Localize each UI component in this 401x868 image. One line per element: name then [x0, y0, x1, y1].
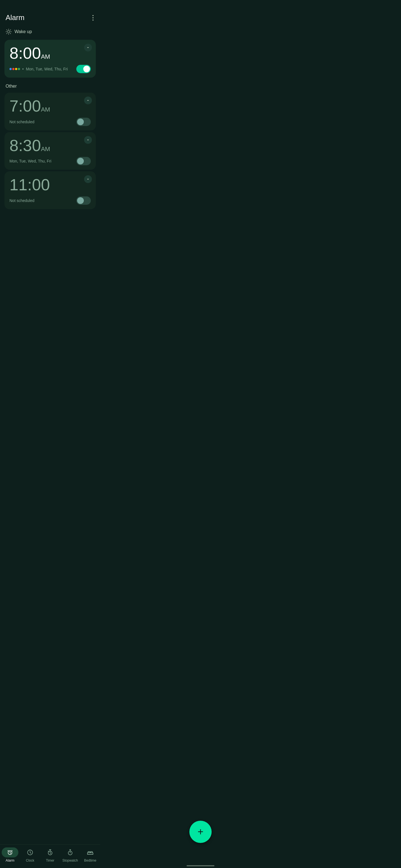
google-assistant-icon [9, 68, 20, 70]
alarm-time-830: 8:30AM [9, 136, 91, 154]
alarm-footer-700: Not scheduled [9, 118, 91, 126]
expand-button-700[interactable] [84, 96, 92, 104]
toggle-knob-700 [77, 119, 84, 125]
alarm-toggle-700[interactable] [76, 118, 91, 126]
menu-dot-3 [92, 20, 93, 21]
more-options-button[interactable] [91, 14, 95, 22]
svg-line-5 [7, 30, 7, 30]
alarm-footer-1100: Not scheduled [9, 196, 91, 205]
svg-point-0 [7, 31, 10, 33]
alarm-schedule-wakeup: • Mon, Tue, Wed, Thu, Fri [9, 67, 68, 71]
alarm-footer-wakeup: • Mon, Tue, Wed, Thu, Fri [9, 65, 91, 73]
toggle-knob-1100 [77, 197, 84, 204]
alarm-card-830[interactable]: 8:30AM Mon, Tue, Wed, Thu, Fri [4, 132, 96, 170]
alarm-time-1100: 11:00 [9, 176, 91, 194]
svg-line-8 [7, 33, 7, 34]
wake-up-section-label: Wake up [0, 26, 100, 38]
alarm-card-700[interactable]: 7:00AM Not scheduled [4, 93, 96, 130]
alarm-toggle-1100[interactable] [76, 196, 91, 205]
page-title: Alarm [6, 13, 25, 22]
alarm-card-1100[interactable]: 11:00 Not scheduled [4, 172, 96, 209]
google-dot-red [12, 68, 15, 70]
alarm-time-700: 7:00AM [9, 97, 91, 115]
wake-up-alarm-card[interactable]: 8:00AM • Mon, Tue, Wed, Thu, Fri [4, 40, 96, 78]
alarm-schedule-1100: Not scheduled [9, 198, 34, 203]
svg-line-6 [10, 33, 10, 34]
menu-dot-1 [92, 15, 93, 16]
toggle-knob-wakeup [83, 66, 90, 72]
alarm-toggle-830[interactable] [76, 157, 91, 165]
alarm-toggle-wakeup[interactable] [76, 65, 91, 73]
bullet-separator: • [22, 67, 24, 71]
alarm-footer-830: Mon, Tue, Wed, Thu, Fri [9, 157, 91, 165]
expand-button-830[interactable] [84, 136, 92, 144]
other-label: Other [6, 84, 17, 89]
google-dot-blue [9, 68, 12, 70]
alarm-schedule-700: Not scheduled [9, 120, 34, 124]
expand-button-wakeup[interactable] [84, 44, 92, 52]
alarm-time-wakeup: 8:00AM [9, 44, 91, 62]
toggle-knob-830 [77, 158, 84, 164]
svg-line-7 [10, 30, 10, 30]
wake-up-label: Wake up [15, 29, 32, 34]
google-dot-yellow [15, 68, 17, 70]
google-dot-green [18, 68, 20, 70]
other-section-header: Other [0, 79, 100, 91]
sun-icon [6, 29, 12, 35]
app-header: Alarm [0, 0, 100, 26]
wakeup-days-text: Mon, Tue, Wed, Thu, Fri [26, 67, 68, 71]
menu-dot-2 [92, 17, 93, 18]
alarm-schedule-830: Mon, Tue, Wed, Thu, Fri [9, 159, 51, 163]
